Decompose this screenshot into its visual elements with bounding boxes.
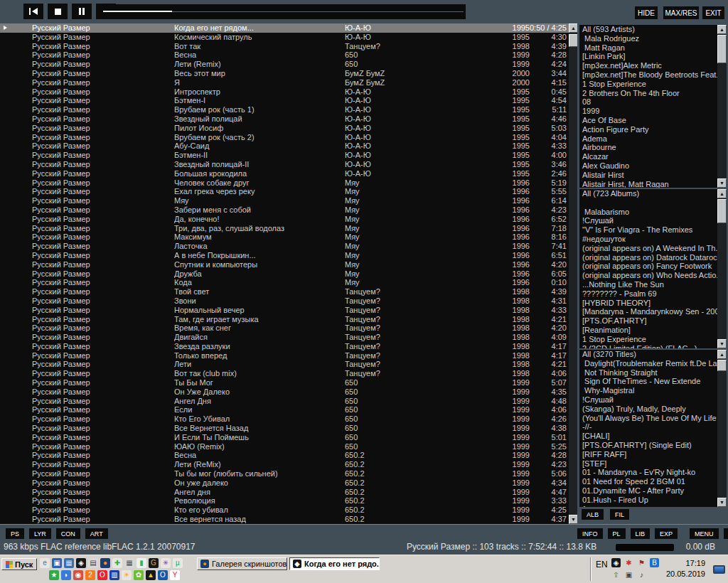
hide-button[interactable]: HIDE: [635, 6, 658, 19]
quicklaunch-green-star-icon[interactable]: ★: [49, 570, 59, 580]
list-item[interactable]: (You'll Always Be) The Love Of My Life: [579, 414, 727, 423]
album-scrollbar[interactable]: ▲ ▼: [717, 189, 727, 348]
track-row[interactable]: Русский РазмерТы Бы Мог65019995:07: [0, 378, 569, 387]
list-item[interactable]: 2 Brothers On The 4th Floor: [579, 89, 727, 98]
track-row[interactable]: Русский РазмерМаксимумМяу19968:16: [0, 232, 569, 242]
fil-button[interactable]: FIL: [610, 509, 629, 520]
pause-button[interactable]: [72, 4, 92, 19]
list-item[interactable]: Daylight(Troublemaker Remix ft.De La ...: [579, 359, 727, 368]
lyr-button[interactable]: LYR: [29, 528, 51, 539]
alb-button[interactable]: ALB: [582, 509, 604, 520]
list-item[interactable]: Matt Ragan: [579, 43, 727, 53]
tray-usb-icon[interactable]: ⇪: [611, 570, 621, 579]
track-row[interactable]: Русский РазмерЮАЮ (Remix)65019995:25: [0, 442, 569, 451]
quicklaunch-firefox-icon[interactable]: ●: [100, 558, 110, 568]
track-row[interactable]: Русский РазмерВрубаем рок (часть 1)Ю-А-Ю…: [0, 105, 569, 114]
list-item[interactable]: [Reanimation]: [579, 326, 727, 335]
track-row[interactable]: Русский РазмерПилот ИосифЮ-А-Ю19955:03: [0, 124, 569, 133]
list-item[interactable]: Mala Rodriguez: [579, 34, 727, 43]
list-item[interactable]: Alistair Hirst: [579, 171, 727, 180]
track-row[interactable]: Русский РазмерОн уже далеко650.219994:34: [0, 478, 569, 488]
info-button[interactable]: INFO: [577, 528, 603, 539]
scroll-thumb[interactable]: [717, 199, 727, 223]
volume-slider[interactable]: [616, 544, 674, 551]
track-row[interactable]: Русский РазмерТвой светТанцуем?19984:39: [0, 287, 569, 296]
list-item[interactable]: -//-: [579, 422, 727, 432]
list-item[interactable]: [STEF]: [579, 459, 727, 469]
quicklaunch-green-cross-icon[interactable]: ✚: [112, 558, 122, 568]
quicklaunch-utorrent-icon[interactable]: µ: [173, 558, 183, 568]
quicklaunch-console-icon[interactable]: G: [149, 558, 159, 568]
track-row[interactable]: Русский РазмерВот так (club mix)Танцуем?…: [0, 369, 569, 378]
list-item[interactable]: (Skanga) Truly, Madly, Deeply: [579, 405, 727, 414]
track-row[interactable]: Русский РазмерТолько впередТанцуем?19984…: [0, 351, 569, 360]
list-item[interactable]: 1 Stop Experience: [579, 80, 727, 89]
track-row[interactable]: Русский РазмерАнгел дня650.219994:47: [0, 488, 569, 497]
track-row[interactable]: Русский РазмерЛети (Remix)65019994:24: [0, 60, 569, 69]
list-item[interactable]: ???????? - Psalm 69: [579, 289, 727, 299]
list-item[interactable]: ...Nothing Like The Sun: [579, 280, 727, 289]
quicklaunch-sun-icon[interactable]: ☀: [122, 570, 132, 580]
scroll-down-icon[interactable]: ▼: [717, 178, 727, 188]
list-item[interactable]: 1999: [579, 107, 727, 116]
list-item[interactable]: [RIFF RAFF]: [579, 450, 727, 459]
list-item[interactable]: 01.Hush - Fired Up: [579, 496, 727, 505]
tray-feather-icon[interactable]: ✱: [624, 558, 633, 567]
list-item[interactable]: (original appears on) Who Needs Actio...: [579, 271, 727, 280]
list-item[interactable]: Malabarismo: [579, 208, 727, 217]
track-row[interactable]: Русский РазмерОн Уже Далеко65019994:35: [0, 387, 569, 397]
artist-scrollbar[interactable]: ▲ ▼: [717, 25, 727, 188]
list-item[interactable]: [PTS.OF.ATHRTY]: [579, 316, 727, 326]
track-row[interactable]: Русский РазмерЗвониТанцуем?19984:31: [0, 296, 569, 306]
list-item[interactable]: Alcazar: [579, 152, 727, 161]
tray-clock-time[interactable]: 17:19: [660, 559, 705, 567]
list-item[interactable]: #недошуток: [579, 235, 727, 244]
track-row[interactable]: Русский РазмерБэтмен-IIЮ-А-Ю19954:00: [0, 151, 569, 160]
track-row[interactable]: Русский РазмерВсе Вернется Назад65019994…: [0, 424, 569, 433]
scroll-thumb[interactable]: [717, 360, 727, 371]
task-button[interactable]: ◈Когда его нет рядо...: [289, 557, 380, 570]
tray-volume-icon[interactable]: ♪: [637, 570, 646, 579]
quicklaunch-bird-icon[interactable]: ◗: [61, 570, 71, 580]
quicklaunch-display-icon[interactable]: ▣: [52, 558, 62, 568]
track-row[interactable]: Русский РазмерЛасточкаМяу19967:41: [0, 242, 569, 251]
list-item[interactable]: Action Figure Party: [579, 125, 727, 134]
list-item[interactable]: (original appears on) A Weekend In Th...: [579, 244, 727, 253]
track-row[interactable]: Русский РазмерИнтроспектрЮ-А-Ю19950:45: [0, 87, 569, 97]
track-row[interactable]: Русский РазмерЕхал грека через рекуМяу19…: [0, 187, 569, 196]
track-row[interactable]: Русский РазмерВесна650.219994:28: [0, 451, 569, 460]
track-row[interactable]: Русский РазмерДружбаМяу19966:05: [0, 269, 569, 279]
track-row[interactable]: Русский РазмерКто Его Убивал65019994:26: [0, 414, 569, 424]
track-row[interactable]: Русский РазмерРеволюция650.219993:33: [0, 496, 569, 506]
quicklaunch-icq-icon[interactable]: ✿: [134, 570, 144, 580]
track-row[interactable]: Русский РазмерЛетиТанцуем?19984:21: [0, 360, 569, 369]
tray-security-flag-icon[interactable]: ⚑: [637, 558, 646, 567]
track-row[interactable]: Русский РазмерАнгел Дня65019994:48: [0, 397, 569, 406]
quicklaunch-ie-icon[interactable]: e: [40, 558, 50, 568]
con-button[interactable]: CON: [56, 528, 80, 539]
list-item[interactable]: 08: [579, 97, 727, 107]
list-item[interactable]: 01 Need for Speed 2 BGM 01: [579, 477, 727, 486]
quicklaunch-cards-icon[interactable]: ▥: [109, 570, 119, 580]
scroll-up-icon[interactable]: ▲: [717, 25, 727, 34]
list-item[interactable]: 2 (2CD Limited Edition) (FLAC...): [579, 344, 727, 348]
track-row[interactable]: Русский РазмерВесна65019994:28: [0, 50, 569, 60]
track-row[interactable]: Русский РазмерВсе вернется назад650.2199…: [0, 515, 569, 524]
track-row[interactable]: Русский РазмерЧеловек собаке другМяу1996…: [0, 178, 569, 188]
list-item[interactable]: [Linkin Park]: [579, 52, 727, 61]
track-row[interactable]: Русский РазмерКогда его нет рядом...Ю-А-…: [0, 23, 569, 33]
start-button[interactable]: Пуск: [1, 558, 37, 570]
quicklaunch-spider-icon[interactable]: ✳: [161, 558, 171, 568]
quicklaunch-calendar-icon[interactable]: ▤: [88, 558, 98, 568]
exit-button[interactable]: EXIT: [702, 6, 724, 19]
quicklaunch-chrome-icon[interactable]: ◉: [73, 570, 83, 580]
scroll-up-icon[interactable]: ▲: [717, 350, 727, 359]
list-item[interactable]: [HYBRID THEORY]: [579, 299, 727, 308]
previous-button[interactable]: [23, 4, 43, 19]
track-row[interactable]: Русский РазмерЗабери меня с собойМяу1996…: [0, 205, 569, 215]
list-item[interactable]: 01.Dynamite MC - After Party: [579, 486, 727, 496]
tray-network-icon[interactable]: ▣: [624, 570, 633, 579]
pref-button[interactable]: PREF: [724, 528, 728, 539]
quicklaunch-yandex-icon[interactable]: Y: [170, 570, 180, 580]
quicklaunch-monitor-icon[interactable]: ▦: [64, 558, 74, 568]
